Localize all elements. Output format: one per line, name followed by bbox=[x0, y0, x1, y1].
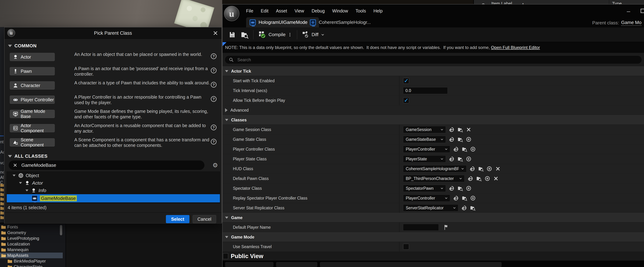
browse-to-asset-icon[interactable] bbox=[240, 31, 248, 39]
class-dropdown[interactable]: PlayerState bbox=[403, 155, 446, 163]
class-search-input[interactable] bbox=[21, 162, 182, 168]
dialog-close-icon[interactable] bbox=[212, 30, 218, 36]
checkbox[interactable] bbox=[403, 244, 409, 250]
clear-search-icon[interactable] bbox=[13, 163, 18, 168]
class-button-scene-component[interactable]: CScene Component bbox=[10, 138, 55, 147]
menu-asset[interactable]: Asset bbox=[276, 8, 287, 13]
use-asset-icon[interactable] bbox=[468, 176, 473, 181]
add-icon[interactable] bbox=[466, 137, 472, 142]
use-asset-icon[interactable] bbox=[449, 137, 454, 142]
editor-titlebar[interactable]: u FileEditAssetViewDebugWindowToolsHelp … bbox=[222, 4, 644, 17]
select-button[interactable]: Select bbox=[166, 215, 190, 223]
menu-help[interactable]: Help bbox=[374, 8, 382, 13]
class-button-pawn[interactable]: Pawn bbox=[10, 67, 55, 75]
help-icon[interactable]: ? bbox=[211, 82, 216, 88]
class-button-player-controller[interactable]: Player Controller bbox=[10, 96, 55, 104]
clear-icon[interactable] bbox=[495, 166, 501, 172]
dialog-titlebar[interactable]: u Pick Parent Class bbox=[4, 27, 222, 39]
browse-asset-icon[interactable] bbox=[462, 146, 467, 152]
menu-tools[interactable]: Tools bbox=[356, 8, 366, 13]
clear-icon[interactable] bbox=[466, 127, 472, 132]
class-button-game-mode-base[interactable]: Game Mode Base bbox=[10, 110, 55, 118]
class-dropdown[interactable]: ServerStatReplicator bbox=[403, 204, 458, 212]
folder-row-binkmediaplayer[interactable]: BinkMediaPlayer bbox=[0, 258, 63, 264]
browse-asset-icon[interactable] bbox=[462, 195, 467, 201]
public-view-checkbox[interactable] bbox=[223, 253, 228, 259]
browse-asset-icon[interactable] bbox=[478, 166, 484, 172]
class-button-character[interactable]: Character bbox=[10, 81, 55, 89]
use-asset-icon[interactable] bbox=[449, 156, 454, 162]
add-icon[interactable] bbox=[470, 195, 476, 201]
section-header-game-mode[interactable]: Game Mode bbox=[222, 232, 644, 242]
checkbox[interactable] bbox=[403, 78, 409, 84]
browse-asset-icon[interactable] bbox=[457, 137, 463, 142]
class-button-actor-component[interactable]: CActor Component bbox=[10, 124, 55, 132]
section-header-classes[interactable]: Classes bbox=[222, 115, 644, 125]
gear-icon[interactable]: ⚙ bbox=[212, 162, 218, 168]
class-search-field[interactable] bbox=[9, 161, 204, 170]
use-asset-icon[interactable] bbox=[449, 186, 454, 191]
browse-asset-icon[interactable] bbox=[457, 127, 463, 132]
section-header-game[interactable]: Game bbox=[222, 213, 644, 223]
expand-triangle-icon[interactable] bbox=[225, 108, 228, 112]
use-asset-icon[interactable] bbox=[449, 127, 454, 132]
parent-class-link[interactable]: Game Mo bbox=[621, 20, 642, 26]
expand-triangle-icon[interactable] bbox=[13, 175, 16, 177]
flag-icon[interactable] bbox=[443, 224, 449, 230]
menu-file[interactable]: File bbox=[246, 8, 253, 13]
browse-asset-icon[interactable] bbox=[457, 186, 463, 191]
help-icon[interactable]: ? bbox=[211, 53, 216, 59]
use-asset-icon[interactable] bbox=[453, 146, 459, 152]
folder-row-levelprototyping[interactable]: LevelPrototyping bbox=[0, 236, 63, 241]
save-icon[interactable] bbox=[229, 31, 236, 39]
help-icon[interactable]: ? bbox=[211, 68, 216, 73]
help-icon[interactable]: ? bbox=[211, 96, 216, 102]
menu-edit[interactable]: Edit bbox=[261, 8, 268, 13]
details-search-field[interactable] bbox=[225, 55, 642, 64]
folder-row-mapassets[interactable]: MapAssets bbox=[0, 253, 63, 258]
class-dropdown[interactable]: PlayerController bbox=[403, 146, 450, 153]
folder-row-localization[interactable]: Localization bbox=[0, 241, 63, 247]
add-icon[interactable] bbox=[484, 176, 490, 181]
class-dropdown[interactable]: SpectatorPawn bbox=[403, 185, 446, 192]
clear-icon[interactable] bbox=[493, 176, 499, 181]
add-icon[interactable] bbox=[466, 186, 472, 191]
browse-asset-icon[interactable] bbox=[457, 156, 463, 162]
folder-row-characterstate[interactable]: CharacterState bbox=[0, 264, 63, 267]
expand-triangle-icon[interactable] bbox=[26, 190, 28, 192]
compile-button[interactable]: Compile bbox=[258, 31, 292, 39]
details-search-input[interactable] bbox=[237, 57, 629, 62]
folder-row-fonts[interactable]: Fonts bbox=[0, 224, 63, 230]
class-dropdown[interactable]: GameSession bbox=[403, 126, 446, 133]
diff-button[interactable]: Diff bbox=[302, 31, 325, 38]
class-button-actor[interactable]: Actor bbox=[10, 53, 55, 61]
add-icon[interactable] bbox=[486, 166, 492, 172]
use-asset-icon[interactable] bbox=[469, 166, 475, 172]
use-asset-icon[interactable] bbox=[453, 195, 459, 201]
folder-row-mannequin[interactable]: Mannequin bbox=[0, 247, 63, 253]
help-icon[interactable]: ? bbox=[211, 139, 216, 145]
folder-tree-scrollbar[interactable] bbox=[60, 225, 62, 235]
open-full-blueprint-editor-link[interactable]: Open Full Blueprint Editor bbox=[491, 45, 540, 50]
menu-view[interactable]: View bbox=[294, 8, 304, 13]
tree-row-info[interactable]: Info bbox=[7, 187, 220, 194]
unreal-logo-icon[interactable]: u bbox=[224, 6, 239, 21]
use-asset-icon[interactable] bbox=[461, 205, 467, 211]
folder-row-geometry[interactable]: Geometry bbox=[0, 230, 63, 236]
value-input[interactable] bbox=[403, 224, 439, 231]
checkbox[interactable] bbox=[403, 97, 409, 103]
tree-row-object[interactable]: Object bbox=[7, 172, 220, 179]
section-header-actor-tick[interactable]: Actor Tick bbox=[222, 66, 644, 76]
class-dropdown[interactable]: BP_ThirdPersonCharacter bbox=[403, 175, 464, 182]
expand-triangle-icon[interactable] bbox=[19, 182, 22, 184]
maximize-button[interactable] bbox=[640, 9, 644, 13]
tab-coherent-sample-hologram[interactable]: CoherentSampleHologr... bbox=[306, 17, 374, 27]
common-section-header[interactable]: COMMON bbox=[8, 43, 36, 49]
value-input[interactable]: 0.0 bbox=[403, 87, 448, 94]
compile-options-icon[interactable] bbox=[288, 31, 292, 38]
browse-asset-icon[interactable] bbox=[476, 176, 482, 181]
menu-window[interactable]: Window bbox=[332, 8, 348, 13]
minimize-button[interactable]: – bbox=[625, 8, 632, 14]
add-icon[interactable] bbox=[466, 156, 472, 162]
add-icon[interactable] bbox=[470, 146, 476, 152]
